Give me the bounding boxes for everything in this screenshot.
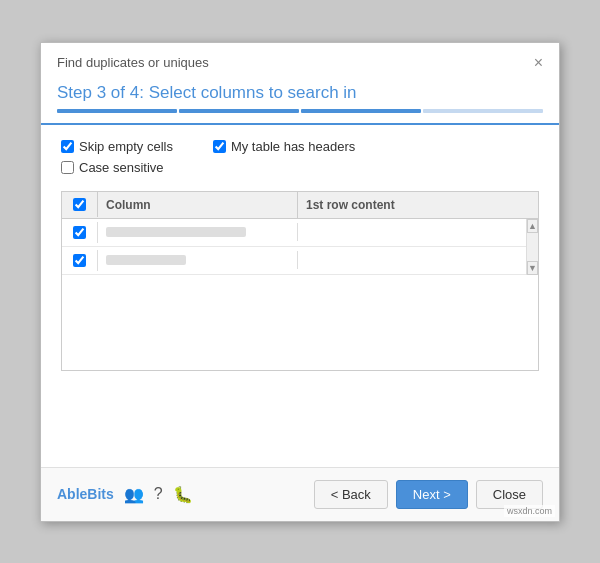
options-row-2: Case sensitive	[61, 160, 539, 175]
select-all-checkbox[interactable]	[73, 198, 86, 211]
row1-column	[98, 223, 298, 241]
bug-icon[interactable]: 🐛	[173, 485, 193, 504]
th-check	[62, 192, 98, 217]
skip-empty-cells-checkbox[interactable]	[61, 140, 74, 153]
step-description: Select columns to search in	[149, 83, 357, 102]
options-row-1: Skip empty cells My table has headers	[61, 139, 539, 154]
step-tab-3	[301, 109, 421, 113]
th-column: Column	[98, 192, 298, 218]
step-section: Step 3 of 4: Select columns to search in	[41, 79, 559, 125]
step-tab-4	[423, 109, 543, 113]
footer: AbleBits 👥 ? 🐛 < Back Next > Close	[41, 467, 559, 521]
options-section: Skip empty cells My table has headers Ca…	[41, 125, 559, 191]
row1-column-bar	[106, 227, 246, 237]
scroll-down-arrow[interactable]: ▼	[527, 261, 538, 275]
case-sensitive-label: Case sensitive	[79, 160, 164, 175]
logo-text1: Able	[57, 486, 87, 502]
table-row	[62, 247, 538, 275]
row2-column-bar	[106, 255, 186, 265]
users-icon[interactable]: 👥	[124, 485, 144, 504]
step-tab-1	[57, 109, 177, 113]
row2-content	[298, 256, 538, 264]
next-button[interactable]: Next >	[396, 480, 468, 509]
row1-content	[298, 228, 538, 236]
dialog-title: Find duplicates or uniques	[57, 55, 209, 70]
logo-text2: Bits	[87, 486, 113, 502]
columns-table: Column 1st row content	[61, 191, 539, 372]
back-button[interactable]: < Back	[314, 480, 388, 509]
table-header: Column 1st row content	[62, 192, 538, 219]
scroll-up-arrow[interactable]: ▲	[527, 219, 538, 233]
my-table-headers-checkbox[interactable]	[213, 140, 226, 153]
step-tabs	[57, 109, 543, 113]
help-icon[interactable]: ?	[154, 485, 163, 503]
th-content: 1st row content	[298, 192, 538, 218]
row2-column	[98, 251, 298, 269]
close-icon[interactable]: ×	[534, 55, 543, 71]
my-table-headers-label: My table has headers	[231, 139, 355, 154]
table-row	[62, 219, 538, 247]
ablebits-logo: AbleBits	[57, 486, 114, 502]
case-sensitive-checkbox[interactable]	[61, 161, 74, 174]
scroll-track	[527, 233, 538, 261]
skip-empty-cells-option[interactable]: Skip empty cells	[61, 139, 173, 154]
my-table-headers-option[interactable]: My table has headers	[213, 139, 355, 154]
step-number: Step 3 of 4:	[57, 83, 144, 102]
watermark: wsxdn.com	[504, 505, 555, 517]
row1-check[interactable]	[62, 222, 98, 243]
table-body: ▲ ▼	[62, 219, 538, 275]
case-sensitive-option[interactable]: Case sensitive	[61, 160, 164, 175]
step-tab-2	[179, 109, 299, 113]
row2-check[interactable]	[62, 250, 98, 271]
scrollbar[interactable]: ▲ ▼	[526, 219, 538, 275]
footer-left: AbleBits 👥 ? 🐛	[57, 485, 193, 504]
dialog-header: Find duplicates or uniques ×	[41, 43, 559, 79]
skip-empty-cells-label: Skip empty cells	[79, 139, 173, 154]
dialog: Find duplicates or uniques × Step 3 of 4…	[40, 42, 560, 522]
step-label: Step 3 of 4: Select columns to search in	[57, 83, 543, 103]
